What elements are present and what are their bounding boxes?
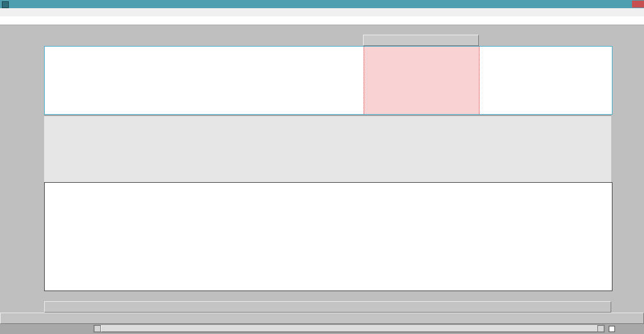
scrollbar-thumb[interactable] [101, 325, 598, 332]
group-checkbox[interactable] [609, 326, 615, 332]
tier-grid[interactable] [44, 182, 612, 291]
scroll-right-icon[interactable] [597, 325, 604, 332]
total-duration-bar[interactable] [0, 313, 644, 324]
title-bar[interactable] [0, 0, 644, 8]
app-icon [2, 1, 9, 8]
close-icon[interactable] [632, 1, 644, 8]
interval-text-field[interactable] [0, 16, 644, 25]
textgrid-editor-window [0, 0, 644, 334]
minimize-icon[interactable] [611, 1, 620, 8]
selection-duration-button[interactable] [363, 35, 479, 46]
bottom-control-strip [0, 324, 644, 334]
waveform-canvas[interactable] [45, 47, 611, 113]
maximize-icon[interactable] [621, 1, 631, 8]
spectrogram-canvas[interactable] [44, 116, 611, 182]
menu-bar [0, 8, 644, 17]
visible-part-bar[interactable] [44, 301, 611, 313]
scroll-left-icon[interactable] [94, 325, 101, 332]
horizontal-scrollbar[interactable] [93, 325, 605, 333]
waveform-panel[interactable] [44, 46, 612, 115]
spectrogram-panel[interactable] [44, 115, 611, 183]
